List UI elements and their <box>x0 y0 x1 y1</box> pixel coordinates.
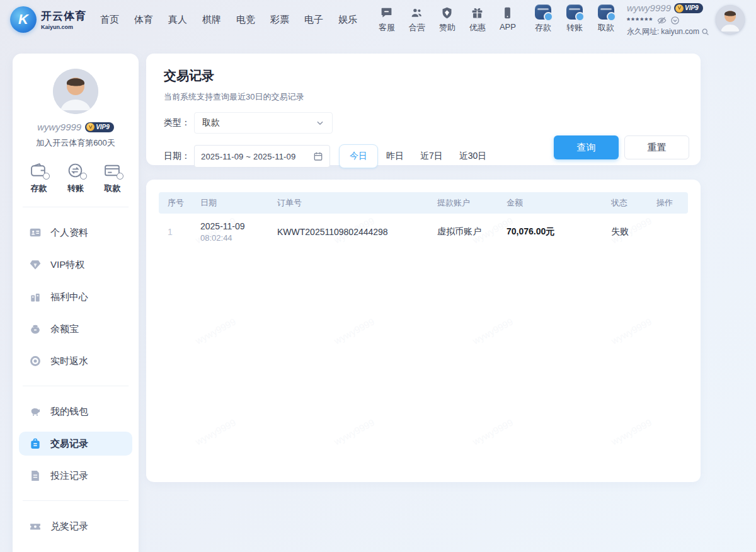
customer-service-label: 客服 <box>379 22 395 33</box>
gem-icon <box>29 258 42 271</box>
joined-days-text: 加入开云体育第600天 <box>13 137 139 149</box>
nav-home[interactable]: 首页 <box>100 14 119 26</box>
header-wallet-icons: 存款 转账 取款 <box>530 6 619 33</box>
sidebar-item-welfare[interactable]: 福利中心 <box>19 285 132 309</box>
col-amount: 金额 <box>498 197 602 209</box>
user-avatar[interactable] <box>716 5 745 34</box>
calendar-icon <box>313 151 323 161</box>
sidebar-item-prizes[interactable]: 兑奖记录 <box>19 514 132 538</box>
row-account: 虚拟币账户 <box>428 226 498 238</box>
sidebar-item-bets[interactable]: 投注记录 <box>19 464 132 488</box>
sidebar-vip-badge[interactable]: V VIP9 <box>85 122 114 132</box>
nav-sports[interactable]: 体育 <box>134 14 153 26</box>
row-date: 2025-11-09 <box>200 221 268 231</box>
page-title: 交易记录 <box>164 67 683 84</box>
row-order-no: KWWT20251109802444298 <box>268 227 428 237</box>
logo-title: 开云体育 <box>41 9 86 23</box>
sidebar-item-transactions-label: 交易记录 <box>50 438 88 450</box>
sidebar-withdraw-button[interactable]: 取款 <box>104 163 121 194</box>
bets-icon <box>29 469 42 482</box>
currency-dropdown-icon[interactable] <box>670 16 680 25</box>
wallet2-icon <box>29 405 42 418</box>
main-nav: 首页 体育 真人 棋牌 电竞 彩票 电子 娱乐 <box>100 14 357 26</box>
app-button[interactable]: APP <box>495 6 521 33</box>
date-filter-label: 日期： <box>164 151 194 162</box>
sidebar-deposit-button[interactable]: 存款 <box>30 163 47 194</box>
partners-icon <box>410 6 423 20</box>
logo-text: 开云体育 Kaiyun.com <box>41 9 86 30</box>
sidebar-menu-group-2: 我的钱包 交易记录 投注记录 <box>13 386 139 488</box>
wallet-icon <box>30 163 47 178</box>
vip-badge[interactable]: V VIP9 <box>674 3 703 13</box>
sidebar-item-wallet[interactable]: 我的钱包 <box>19 400 132 423</box>
sidebar-item-bets-label: 投注记录 <box>50 470 88 482</box>
query-button[interactable]: 查询 <box>554 135 619 159</box>
sidebar-item-yuebao[interactable]: 余额宝 <box>19 317 132 341</box>
site-url-label: 永久网址: <box>627 27 659 37</box>
row-index: 1 <box>159 227 192 237</box>
range-30days-button[interactable]: 近30日 <box>451 145 495 168</box>
type-select[interactable]: 取款 <box>194 112 333 134</box>
sidebar-item-profile-label: 个人资料 <box>50 227 88 239</box>
nav-chess[interactable]: 棋牌 <box>202 14 221 26</box>
nav-entertainment[interactable]: 娱乐 <box>338 14 357 26</box>
sidebar-item-transactions[interactable]: 交易记录 <box>19 432 132 456</box>
sidebar-item-messages[interactable]: 消息中心 99+ <box>19 546 132 552</box>
sidebar-item-rebate[interactable]: 实时返水 <box>19 349 132 373</box>
records-icon <box>29 437 42 450</box>
table-header-row: 序号 日期 订单号 提款账户 金额 状态 操作 <box>159 192 688 214</box>
col-index: 序号 <box>159 197 192 209</box>
nav-lottery[interactable]: 彩票 <box>270 14 289 26</box>
promo-button[interactable]: 优惠 <box>464 6 491 33</box>
nav-live[interactable]: 真人 <box>168 14 187 26</box>
sidebar-item-prizes-label: 兑奖记录 <box>50 520 88 532</box>
sidebar-item-profile[interactable]: 个人资料 <box>19 221 132 244</box>
transfer-button[interactable]: 转账 <box>561 6 588 33</box>
date-range-value: 2025-11-09 ~ 2025-11-09 <box>201 152 313 161</box>
chevron-down-icon <box>316 118 324 127</box>
sponsor-icon <box>440 6 454 20</box>
sidebar-transfer-button[interactable]: 转账 <box>67 163 84 194</box>
range-7days-button[interactable]: 近7日 <box>412 145 451 168</box>
row-status: 失败 <box>602 226 648 238</box>
col-status: 状态 <box>602 197 648 209</box>
row-time: 08:02:44 <box>200 233 268 243</box>
sidebar: wywy9999 V VIP9 加入开云体育第600天 存款 转账 <box>13 54 139 552</box>
promo-label: 优惠 <box>469 22 486 33</box>
partners-label: 合营 <box>409 22 425 33</box>
site-logo[interactable]: K 开云体育 Kaiyun.com <box>10 6 86 33</box>
date-range-input[interactable]: 2025-11-09 ~ 2025-11-09 <box>194 145 330 168</box>
search-icon[interactable] <box>701 28 709 36</box>
chat-icon <box>380 6 393 20</box>
row-amount: 70,076.00元 <box>498 226 602 238</box>
sidebar-item-vip[interactable]: VIP特权 <box>19 253 132 277</box>
type-filter-label: 类型： <box>164 117 194 129</box>
table-row: 1 2025-11-09 08:02:44 KWWT20251109802444… <box>159 214 688 250</box>
site-url: kaiyun.com <box>661 27 699 37</box>
sidebar-vip-shield-icon: V <box>86 123 94 131</box>
withdraw-button[interactable]: 取款 <box>593 6 619 33</box>
range-today-button[interactable]: 今日 <box>339 144 378 168</box>
sidebar-deposit-label: 存款 <box>31 183 47 194</box>
sidebar-item-rebate-label: 实时返水 <box>50 355 88 367</box>
masked-balance: ****** <box>627 16 653 26</box>
transaction-table-card: wywy9999wywy9999 wywy9999wywy9999 wywy99… <box>146 180 701 482</box>
transfer-label: 转账 <box>566 22 583 33</box>
nav-slots[interactable]: 电子 <box>304 14 323 26</box>
sidebar-item-yuebao-label: 余额宝 <box>50 323 79 335</box>
customer-service-button[interactable]: 客服 <box>374 6 400 33</box>
vip-level: VIP9 <box>685 4 699 13</box>
withdraw-label: 取款 <box>598 22 614 33</box>
reset-button[interactable]: 重置 <box>624 135 689 159</box>
sidebar-quick-actions: 存款 转账 取款 <box>13 163 139 194</box>
eye-off-icon[interactable] <box>657 16 667 25</box>
col-account: 提款账户 <box>428 197 498 209</box>
sponsor-button[interactable]: 赞助 <box>434 6 461 33</box>
range-yesterday-button[interactable]: 昨日 <box>378 145 412 168</box>
sidebar-vip-level: VIP9 <box>96 124 110 130</box>
header-quick-icons: 客服 合营 赞助 优惠 APP <box>374 6 521 33</box>
sidebar-avatar[interactable] <box>53 69 98 114</box>
partners-button[interactable]: 合营 <box>404 6 430 33</box>
deposit-button[interactable]: 存款 <box>530 6 556 33</box>
nav-esports[interactable]: 电竞 <box>236 14 255 26</box>
